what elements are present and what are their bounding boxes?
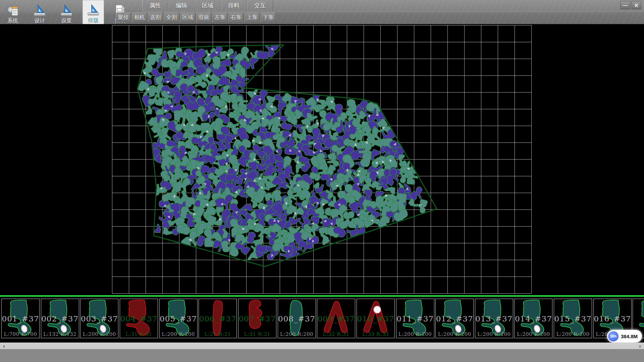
part-cell[interactable]: 008_#37L:200 R:200 <box>278 299 316 338</box>
part-shape <box>80 299 118 338</box>
design-button[interactable]: 设计 <box>29 0 50 24</box>
gear-document-icon <box>6 4 19 17</box>
minimize-button[interactable]: — <box>620 1 630 9</box>
close-button[interactable]: × <box>631 1 641 9</box>
system-button-label: 系统 <box>7 18 18 24</box>
action-defect-button[interactable]: 瑕疵 <box>196 12 211 22</box>
horizontal-scrollbar[interactable]: ‹ › <box>0 343 644 349</box>
system-button[interactable]: 系统 <box>2 0 23 24</box>
action-align-left-button[interactable]: 左靠 <box>212 12 227 22</box>
action-select-cut-button[interactable]: 选割 <box>148 12 163 22</box>
nested-piece[interactable] <box>300 161 312 173</box>
action-region-button[interactable]: 区域 <box>180 12 195 22</box>
action-button-row: 聚排相机选割全割区域瑕疵左靠右靠上靠下靠 <box>116 12 277 23</box>
part-cell[interactable]: 001_#37L:700 R:700 <box>1 299 40 338</box>
part-shape <box>554 299 592 338</box>
part-cell[interactable]: 015_#37L:200 R:200 <box>554 299 592 338</box>
part-shape <box>278 299 316 338</box>
triangle-ruler-icon <box>87 3 100 17</box>
part-shape <box>515 299 552 338</box>
part-shape <box>357 299 394 338</box>
part-cell[interactable]: 009_#37L:32 R:31 <box>317 299 355 338</box>
part-shape <box>475 299 513 338</box>
part-shape <box>238 299 276 338</box>
tab-interact[interactable]: 交互 <box>247 0 273 11</box>
settings-button[interactable]: 设置 <box>56 0 77 24</box>
nesting-button-label: 排版 <box>88 17 99 23</box>
part-cell[interactable]: 002_#37L:132 R:132 <box>41 299 79 338</box>
action-cut-all-button[interactable]: 全割 <box>164 12 179 22</box>
action-align-right-button[interactable]: 右靠 <box>228 12 244 22</box>
part-cell[interactable]: 004_#37L:31 R:31 <box>120 299 158 338</box>
memory-value: 384.8M <box>621 334 638 339</box>
part-cell[interactable]: 006_#37L:21 R:21 <box>199 299 237 338</box>
app-toolbar: 系统设计设置排版报表 属性编辑区域排料交互 聚排相机选割全割区域瑕疵左靠右靠上靠… <box>0 0 644 24</box>
part-cell[interactable]: 012_#37L:200 R:200 <box>435 299 474 338</box>
action-align-top-button[interactable]: 上靠 <box>245 12 260 22</box>
scroll-right-arrow-icon[interactable]: › <box>637 343 643 349</box>
nesting-button[interactable]: 排版 <box>83 0 104 24</box>
part-cell[interactable]: 014_#37L:200 R:200 <box>514 299 552 338</box>
settings-button-label: 设置 <box>61 18 72 24</box>
scroll-left-arrow-icon[interactable]: ‹ <box>1 343 7 349</box>
tab-region[interactable]: 区域 <box>195 0 221 11</box>
part-shape <box>199 299 236 338</box>
part-shape <box>317 299 355 338</box>
parts-separator-line <box>0 295 644 297</box>
part-shape <box>396 299 434 338</box>
design-button-label: 设计 <box>34 18 45 24</box>
triangle-ruler-icon <box>33 4 46 17</box>
part-cell[interactable]: 013_#37L:200 R:200 <box>475 299 513 338</box>
part-shape <box>41 299 79 338</box>
parts-strip: 001_#37L:700 R:700002_#37L:132 R:132003_… <box>0 297 644 340</box>
part-shape <box>2 299 39 338</box>
nested-pieces <box>136 38 429 263</box>
action-align-bottom-button[interactable]: 下靠 <box>261 12 276 22</box>
status-bar <box>0 349 644 362</box>
part-cell[interactable]: 005_#37L:200 R:200 <box>159 299 198 338</box>
tab-properties[interactable]: 属性 <box>142 0 168 11</box>
part-shape <box>160 299 197 338</box>
part-hole <box>374 306 381 313</box>
tab-nest[interactable]: 排料 <box>221 0 247 11</box>
menu-tab-row: 属性编辑区域排料交互 <box>142 0 644 11</box>
part-cell[interactable]: 007_#37L:31 R:31 <box>238 299 276 338</box>
part-cell[interactable]: 003_#37L:200 R:200 <box>80 299 118 338</box>
tab-edit[interactable]: 编辑 <box>168 0 195 11</box>
triangle-ruler-icon <box>60 4 73 17</box>
action-camera-button[interactable]: 相机 <box>132 12 147 22</box>
memory-percent-circle: 38% <box>608 331 619 342</box>
part-cell[interactable]: 011_#37L:200 R:200 <box>396 299 434 338</box>
nesting-canvas[interactable] <box>0 24 644 296</box>
part-shape <box>120 299 158 338</box>
part-cell[interactable]: 010_#37L:33 R:33 <box>357 299 395 338</box>
action-cluster-nest-button[interactable]: 聚排 <box>116 12 131 22</box>
part-shape <box>436 299 473 338</box>
memory-badge: 38% 384.8M <box>607 330 642 343</box>
